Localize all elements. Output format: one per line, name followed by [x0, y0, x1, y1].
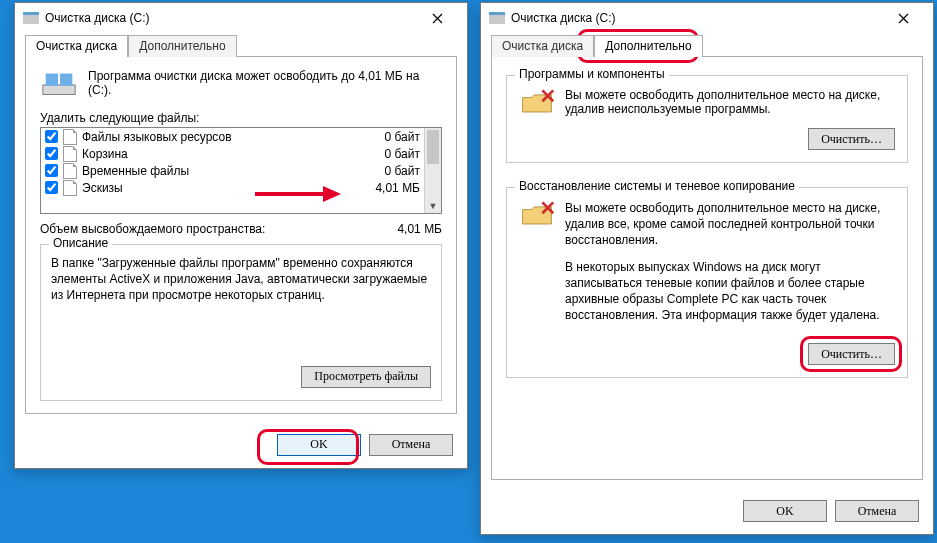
- file-size: 0 байт: [360, 130, 420, 144]
- file-size: 0 байт: [360, 147, 420, 161]
- list-item[interactable]: Эскизы 4,01 МБ: [41, 179, 424, 196]
- file-icon: [63, 163, 77, 179]
- cleanup-programs-button[interactable]: Очистить…: [808, 128, 895, 150]
- group-text: Вы можете освободить дополнительное мест…: [565, 88, 895, 118]
- remove-files-label: Удалить следующие файлы:: [40, 111, 442, 125]
- list-item[interactable]: Файлы языковых ресурсов 0 байт: [41, 128, 424, 145]
- freed-label: Объем высвобождаемого пространства:: [40, 222, 397, 236]
- window-title: Очистка диска (C:): [511, 11, 616, 25]
- cancel-button[interactable]: Отмена: [369, 434, 453, 456]
- freed-value: 4,01 МБ: [397, 222, 442, 236]
- view-files-button[interactable]: Просмотреть файлы: [301, 366, 431, 388]
- scroll-thumb[interactable]: [427, 130, 439, 164]
- list-item[interactable]: Временные файлы 0 байт: [41, 162, 424, 179]
- dialog-button-row: OK Отмена: [481, 490, 933, 534]
- group-text-2: В некоторых выпусках Windows на диск мог…: [565, 259, 895, 324]
- file-name: Эскизы: [82, 181, 355, 195]
- close-icon: [898, 13, 909, 24]
- drive-icon: [23, 12, 39, 24]
- group-title: Восстановление системы и теневое копиров…: [515, 179, 799, 193]
- svg-rect-2: [60, 74, 72, 86]
- drive-icon: [489, 12, 505, 24]
- intro-text: Программа очистки диска может освободить…: [88, 69, 442, 99]
- tab-main[interactable]: Очистка диска: [491, 35, 594, 57]
- tab-main[interactable]: Очистка диска: [25, 35, 128, 57]
- tab-advanced[interactable]: Дополнительно: [128, 35, 236, 57]
- description-text: В папке "Загруженные файлы программ" вре…: [51, 255, 431, 304]
- file-checkbox[interactable]: [45, 164, 58, 177]
- description-group: Описание В папке "Загруженные файлы прог…: [40, 244, 442, 401]
- file-checkbox[interactable]: [45, 181, 58, 194]
- description-title: Описание: [49, 236, 112, 250]
- disk-cleanup-window-advanced: Очистка диска (C:) Очистка диска Дополни…: [480, 2, 934, 535]
- dialog-button-row: OK Отмена: [15, 424, 467, 468]
- disk-cleanup-large-icon: [40, 69, 78, 99]
- cleanup-restore-button[interactable]: Очистить…: [808, 343, 895, 365]
- window-title: Очистка диска (C:): [45, 11, 150, 25]
- file-size: 4,01 МБ: [360, 181, 420, 195]
- scroll-down-arrow-icon[interactable]: ▼: [425, 199, 441, 213]
- disk-cleanup-window-main: Очистка диска (C:) Очистка диска Дополни…: [14, 2, 468, 469]
- file-icon: [63, 180, 77, 196]
- list-item[interactable]: Корзина 0 байт: [41, 145, 424, 162]
- titlebar[interactable]: Очистка диска (C:): [481, 3, 933, 33]
- folder-delete-icon: [519, 200, 555, 230]
- folder-delete-icon: [519, 88, 555, 118]
- group-programs: Программы и компоненты Вы можете освобод…: [506, 75, 908, 163]
- svg-rect-0: [43, 85, 75, 95]
- svg-rect-1: [46, 74, 58, 86]
- tab-pane-main: Программа очистки диска может освободить…: [25, 57, 457, 414]
- file-checkbox[interactable]: [45, 130, 58, 143]
- file-name: Временные файлы: [82, 164, 355, 178]
- file-size: 0 байт: [360, 164, 420, 178]
- file-checkbox[interactable]: [45, 147, 58, 160]
- close-button[interactable]: [415, 3, 459, 33]
- ok-button[interactable]: OK: [743, 500, 827, 522]
- group-title: Программы и компоненты: [515, 67, 669, 81]
- file-icon: [63, 129, 77, 145]
- group-restore: Восстановление системы и теневое копиров…: [506, 187, 908, 378]
- files-listbox[interactable]: Файлы языковых ресурсов 0 байт Корзина 0…: [40, 127, 442, 214]
- group-text-1: Вы можете освободить дополнительное мест…: [565, 200, 895, 249]
- tab-pane-advanced: Программы и компоненты Вы можете освобод…: [491, 57, 923, 480]
- vertical-scrollbar[interactable]: ▼: [424, 128, 441, 213]
- close-button[interactable]: [881, 3, 925, 33]
- cancel-button[interactable]: Отмена: [835, 500, 919, 522]
- ok-button[interactable]: OK: [277, 434, 361, 456]
- titlebar[interactable]: Очистка диска (C:): [15, 3, 467, 33]
- close-icon: [432, 13, 443, 24]
- tab-strip: Очистка диска Дополнительно: [15, 33, 467, 57]
- tab-strip: Очистка диска Дополнительно: [481, 33, 933, 57]
- file-icon: [63, 146, 77, 162]
- file-name: Корзина: [82, 147, 355, 161]
- file-name: Файлы языковых ресурсов: [82, 130, 355, 144]
- tab-advanced[interactable]: Дополнительно: [594, 35, 702, 57]
